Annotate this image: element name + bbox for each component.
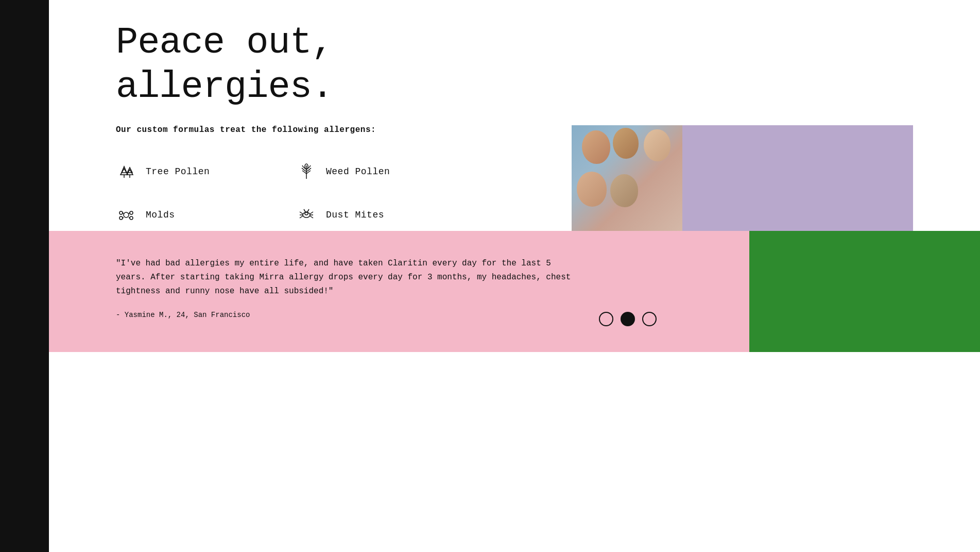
- testimonial-author: - Yasmine M., 24, San Francisco: [116, 311, 682, 319]
- face-5: [610, 174, 638, 207]
- allergen-tree-pollen: Tree Pollen: [116, 155, 296, 188]
- weed-pollen-icon: [296, 161, 317, 182]
- face-1: [582, 130, 610, 164]
- allergen-weed-pollen: Weed Pollen: [296, 155, 476, 188]
- molds-label: Molds: [146, 210, 175, 220]
- testimonial-section: "I've had bad allergies my entire life, …: [49, 231, 749, 352]
- faces-container: [572, 125, 682, 231]
- face-2: [613, 128, 639, 159]
- tree-pollen-label: Tree Pollen: [146, 166, 210, 177]
- purple-block: [682, 125, 913, 231]
- right-green-block: [749, 231, 980, 352]
- face-3: [644, 129, 670, 161]
- main-content: Peace out, allergies. Our custom formula…: [49, 0, 980, 552]
- carousel-dot-3[interactable]: [642, 312, 657, 326]
- dust-mites-icon: [296, 205, 317, 225]
- tree-pollen-icon: [116, 161, 136, 182]
- bottom-section: "I've had bad allergies my entire life, …: [49, 231, 980, 352]
- carousel-dots: [599, 312, 657, 326]
- svg-line-22: [310, 212, 313, 214]
- svg-point-11: [119, 216, 123, 220]
- top-section: Peace out, allergies. Our custom formula…: [49, 0, 980, 231]
- svg-line-13: [123, 213, 124, 213]
- svg-line-24: [310, 216, 313, 218]
- molds-icon: [116, 205, 136, 225]
- carousel-dot-1[interactable]: [599, 312, 613, 326]
- testimonial-quote: "I've had bad allergies my entire life, …: [116, 257, 579, 299]
- allergen-molds: Molds: [116, 198, 296, 231]
- svg-line-25: [304, 209, 305, 212]
- svg-line-19: [300, 212, 303, 214]
- svg-line-21: [300, 216, 303, 218]
- svg-line-26: [307, 209, 309, 212]
- svg-point-12: [130, 216, 133, 220]
- svg-point-9: [119, 211, 123, 214]
- carousel-dot-2[interactable]: [621, 312, 635, 326]
- svg-point-10: [130, 211, 133, 214]
- svg-point-8: [124, 212, 129, 218]
- page-wrapper: Peace out, allergies. Our custom formula…: [0, 0, 980, 552]
- left-bar: [0, 0, 49, 552]
- hero-title: Peace out, allergies.: [116, 21, 913, 110]
- group-photo: [572, 125, 682, 231]
- svg-line-15: [123, 218, 124, 218]
- weed-pollen-label: Weed Pollen: [326, 166, 390, 177]
- svg-line-14: [129, 213, 130, 213]
- dust-mites-label: Dust Mites: [326, 210, 384, 220]
- svg-line-16: [129, 218, 130, 218]
- face-4: [577, 172, 607, 207]
- allergen-dust-mites: Dust Mites: [296, 198, 476, 231]
